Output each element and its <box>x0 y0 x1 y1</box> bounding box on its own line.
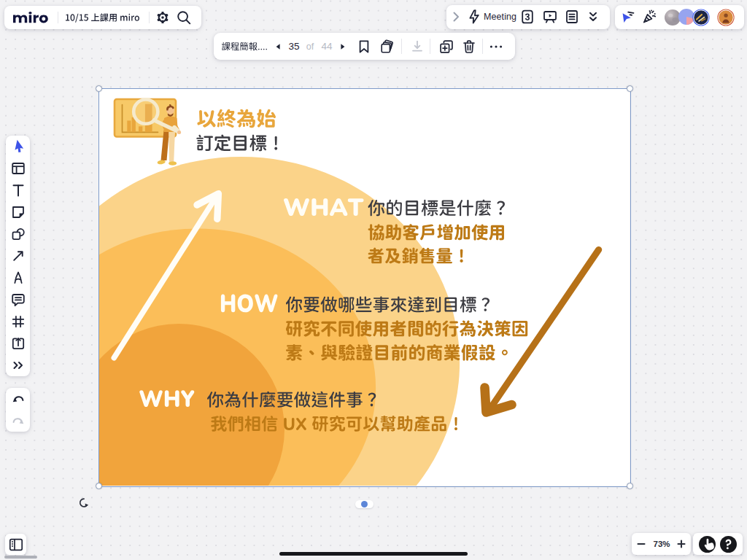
pages-stack-icon <box>378 38 395 55</box>
download-button[interactable] <box>409 38 426 55</box>
tools-panel <box>6 136 30 376</box>
resize-handle-nw[interactable] <box>96 85 102 92</box>
shapes-icon <box>9 225 27 243</box>
slide-frame[interactable] <box>99 89 630 486</box>
chevron-right-icon <box>338 42 347 52</box>
avatar-user-navy[interactable] <box>692 9 710 26</box>
undo-icon <box>9 390 27 408</box>
resize-handle-sw[interactable] <box>96 483 102 489</box>
board-name[interactable] <box>66 12 140 23</box>
tool-more[interactable] <box>6 354 30 376</box>
divider <box>430 39 430 54</box>
tool-templates[interactable] <box>6 158 30 179</box>
prev-page-button[interactable] <box>274 42 283 52</box>
redo-button[interactable] <box>6 410 30 432</box>
chevron-left-icon <box>274 42 283 52</box>
question-mark-icon <box>720 536 737 553</box>
miro-logo[interactable] <box>13 12 50 23</box>
meeting-panel: Meeting <box>446 5 610 29</box>
rotate-handle[interactable] <box>75 495 90 510</box>
zoom-in-button[interactable] <box>676 538 687 550</box>
notes-button[interactable] <box>563 8 581 26</box>
divider <box>401 39 402 54</box>
meeting-label[interactable]: Meeting <box>484 12 516 22</box>
collapse-meeting-button[interactable] <box>447 8 465 26</box>
party-popper-icon <box>640 8 658 26</box>
present-icon <box>541 8 559 26</box>
zoom-level[interactable]: 73% <box>651 540 673 548</box>
what-answer-line1 <box>368 224 504 240</box>
divider <box>149 12 150 23</box>
undo-button[interactable] <box>6 388 30 410</box>
search-button[interactable] <box>175 9 193 26</box>
collapse-tools-button[interactable] <box>584 8 602 26</box>
tool-comment[interactable] <box>6 289 30 311</box>
more-options-button[interactable] <box>487 38 505 55</box>
pages-stack-button[interactable] <box>378 38 395 55</box>
celebrate-button[interactable] <box>640 8 658 26</box>
present-button[interactable] <box>541 8 559 26</box>
duplicate-button[interactable] <box>438 38 455 55</box>
slide-graphic[interactable] <box>99 89 630 486</box>
pen-icon <box>9 269 27 287</box>
chevron-right-icon <box>447 8 465 26</box>
trash-icon <box>460 38 478 55</box>
frames-panel-button[interactable] <box>5 534 26 555</box>
slide-subtitle <box>196 135 277 152</box>
gear-icon <box>154 9 171 26</box>
divider <box>482 39 483 54</box>
frame-icon <box>9 313 27 330</box>
tool-sticky-note[interactable] <box>6 201 30 223</box>
redo-icon <box>9 412 27 429</box>
current-page: 35 <box>287 41 301 52</box>
next-page-button[interactable] <box>338 42 347 52</box>
download-icon <box>409 38 426 55</box>
tool-connector[interactable] <box>6 245 30 267</box>
duplicate-icon <box>438 38 455 55</box>
text-icon <box>9 182 27 199</box>
frame-pager-panel: 35 of 44 <box>214 33 515 60</box>
comment-icon <box>9 291 27 308</box>
undo-redo-panel <box>6 388 30 432</box>
resize-handle-se[interactable] <box>627 483 633 489</box>
tool-shapes[interactable] <box>6 223 30 245</box>
connector-arrow-icon <box>9 247 27 265</box>
notes-icon <box>563 8 581 26</box>
tool-upload[interactable] <box>6 332 30 354</box>
chart-illustration <box>115 99 181 166</box>
total-pages: 44 <box>320 41 334 52</box>
frame-name[interactable] <box>222 42 270 52</box>
resize-handle-ne[interactable] <box>627 85 633 92</box>
frame-page-dot[interactable] <box>361 501 368 508</box>
attention-button[interactable] <box>699 536 716 553</box>
bookmark-icon <box>355 38 373 55</box>
zoom-out-button[interactable] <box>635 538 647 550</box>
pointer-hand-icon <box>699 536 716 553</box>
lightning-icon <box>465 8 483 26</box>
ellipsis-icon <box>487 38 505 55</box>
tool-text[interactable] <box>6 179 30 201</box>
help-button[interactable] <box>720 536 737 553</box>
timer-button[interactable] <box>519 8 536 26</box>
horizontal-scrollbar[interactable] <box>4 556 37 559</box>
chevrons-down-icon <box>584 8 602 26</box>
collaborators-panel <box>615 5 744 29</box>
templates-icon <box>9 160 27 177</box>
delete-button[interactable] <box>460 38 478 55</box>
of-label: of <box>304 42 316 52</box>
frames-panel-icon <box>7 536 25 553</box>
meeting-zap-button[interactable] <box>465 8 483 26</box>
select-cursor-icon <box>9 138 27 155</box>
upload-icon <box>9 335 27 352</box>
board-settings-button[interactable] <box>154 9 171 26</box>
divider <box>58 12 58 23</box>
rotate-icon <box>75 495 90 510</box>
tool-frame[interactable] <box>6 311 30 332</box>
tool-pen[interactable] <box>6 267 30 289</box>
bookmark-button[interactable] <box>355 38 373 55</box>
chevrons-right-icon <box>9 357 27 374</box>
tool-select[interactable] <box>6 136 30 158</box>
follow-cursor-icon <box>619 8 636 26</box>
follow-cursor-button[interactable] <box>619 8 636 26</box>
avatar-user-orange[interactable] <box>717 9 735 26</box>
